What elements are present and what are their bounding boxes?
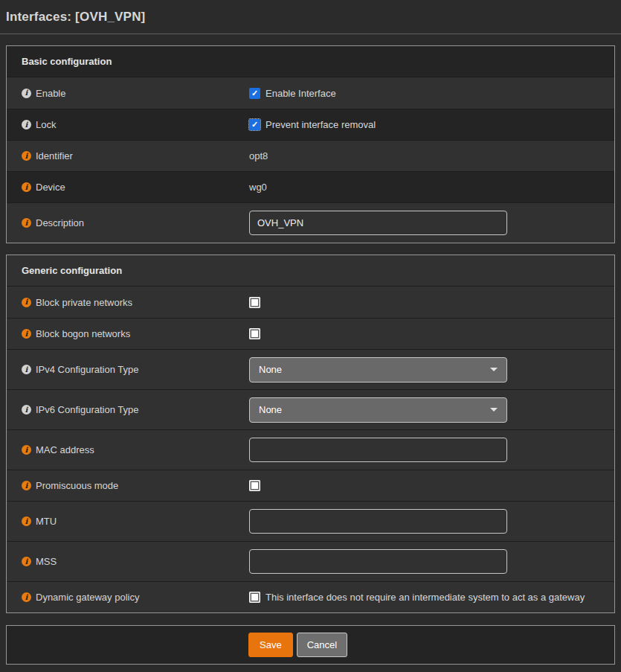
page-title: Interfaces: [OVH_VPN] (6, 10, 615, 25)
mtu-input[interactable] (249, 509, 507, 534)
field-label: IPv4 Configuration Type (36, 364, 139, 375)
cancel-button[interactable]: Cancel (297, 633, 347, 657)
info-icon: i (22, 151, 31, 161)
field-control-cell (249, 211, 614, 235)
field-control-cell: None (249, 397, 614, 423)
section-title: Generic configuration (7, 255, 614, 287)
field-label-cell: iIPv6 Configuration Type (7, 404, 249, 415)
info-icon: i (22, 365, 31, 374)
mac-address-input[interactable] (249, 438, 507, 462)
field-label: Block private networks (36, 297, 132, 308)
field-control-cell (249, 297, 614, 308)
form-row-ipv4-configuration-type: iIPv4 Configuration TypeNone (7, 349, 614, 389)
info-icon: i (22, 557, 31, 566)
enable-checkbox[interactable]: ✓ (249, 88, 260, 99)
form-row-mss: iMSS (7, 541, 614, 581)
field-label: Promiscuous mode (36, 480, 118, 491)
checkbox-label: This interface does not require an inter… (266, 592, 585, 603)
field-label: Enable (36, 88, 65, 99)
field-label: Block bogon networks (36, 328, 130, 339)
field-label-cell: iEnable (7, 88, 249, 99)
form-row-enable: iEnable✓Enable Interface (7, 77, 614, 109)
title-bar: Interfaces: [OVH_VPN] (0, 0, 621, 34)
form-row-mac-address: iMAC address (7, 429, 614, 470)
field-label: Device (36, 182, 65, 193)
promiscuous-mode-checkbox[interactable] (249, 480, 260, 491)
field-control-cell: This interface does not require an inter… (249, 592, 614, 603)
field-label: Lock (36, 119, 56, 130)
field-label: MSS (36, 556, 57, 567)
field-control-cell: ✓Prevent interface removal (249, 119, 614, 130)
info-icon: i (22, 298, 31, 307)
section-body: iBlock private networksiBlock bogon netw… (7, 287, 614, 612)
select-value: None (259, 364, 282, 375)
field-control-cell (249, 438, 614, 462)
info-icon: i (22, 592, 31, 602)
dynamic-gateway-policy-checkbox[interactable] (249, 592, 260, 603)
field-label: Dynamic gateway policy (36, 592, 139, 603)
form-row-promiscuous-mode: iPromiscuous mode (7, 470, 614, 501)
form-row-block-bogon-networks: iBlock bogon networks (7, 318, 614, 349)
lock-checkbox[interactable]: ✓ (249, 119, 260, 130)
checkbox-label: Enable Interface (266, 88, 336, 99)
field-value: opt8 (249, 150, 268, 161)
form-row-ipv6-configuration-type: iIPv6 Configuration TypeNone (7, 389, 614, 429)
info-icon: i (22, 89, 31, 98)
field-label: IPv6 Configuration Type (36, 404, 139, 415)
section-title: Basic configuration (7, 46, 614, 77)
field-label-cell: iDevice (7, 182, 249, 193)
info-icon: i (22, 481, 31, 490)
field-label-cell: iDynamic gateway policy (7, 592, 249, 603)
field-label-cell: iDescription (7, 217, 249, 228)
info-icon: i (22, 445, 31, 455)
field-control-cell (249, 328, 614, 339)
info-icon: i (22, 182, 31, 192)
field-control-cell: wg0 (249, 182, 614, 193)
field-label-cell: iPromiscuous mode (7, 480, 249, 491)
select-value: None (259, 404, 282, 415)
save-button[interactable]: Save (248, 633, 293, 657)
form-row-identifier: iIdentifieropt8 (7, 140, 614, 171)
field-label-cell: iBlock bogon networks (7, 328, 249, 339)
field-label-cell: iMAC address (7, 444, 249, 455)
field-value: wg0 (249, 182, 267, 193)
checkbox-label: Prevent interface removal (266, 119, 376, 130)
mss-input[interactable] (249, 549, 507, 574)
field-control-cell: None (249, 357, 614, 383)
block-bogon-networks-checkbox[interactable] (249, 328, 260, 339)
chevron-down-icon (490, 408, 498, 412)
field-label: Identifier (36, 150, 73, 161)
field-control-cell (249, 549, 614, 574)
field-label-cell: iLock (7, 119, 249, 130)
form-row-lock: iLock✓Prevent interface removal (7, 109, 614, 140)
form-row-description: iDescription (7, 202, 614, 243)
field-label-cell: iIPv4 Configuration Type (7, 364, 249, 375)
chevron-down-icon (490, 368, 498, 371)
ipv6-configuration-type-select[interactable]: None (249, 397, 507, 423)
field-label-cell: iMTU (7, 516, 249, 527)
field-label: Description (36, 217, 84, 228)
field-label-cell: iMSS (7, 556, 249, 567)
block-private-networks-checkbox[interactable] (249, 297, 260, 308)
description-input[interactable] (249, 211, 507, 235)
field-label: MAC address (36, 444, 94, 455)
section-body: iEnable✓Enable InterfaceiLock✓Prevent in… (7, 77, 614, 243)
field-control-cell (249, 509, 614, 534)
action-bar: Save Cancel (6, 625, 615, 665)
info-icon: i (22, 405, 31, 415)
ipv4-configuration-type-select[interactable]: None (249, 357, 507, 383)
form-row-device: iDevicewg0 (7, 171, 614, 202)
form-row-mtu: iMTU (7, 501, 614, 541)
field-control-cell: opt8 (249, 150, 614, 161)
field-label-cell: iIdentifier (7, 150, 249, 161)
field-label: MTU (36, 516, 57, 527)
panel-basic-configuration: Basic configuration iEnable✓Enable Inter… (6, 45, 615, 243)
field-control-cell (249, 480, 614, 491)
info-icon: i (22, 120, 31, 129)
info-icon: i (22, 218, 31, 228)
field-control-cell: ✓Enable Interface (249, 88, 614, 99)
panel-generic-configuration: Generic configuration iBlock private net… (6, 255, 615, 613)
info-icon: i (22, 329, 31, 339)
info-icon: i (22, 516, 31, 526)
form-row-block-private-networks: iBlock private networks (7, 287, 614, 318)
